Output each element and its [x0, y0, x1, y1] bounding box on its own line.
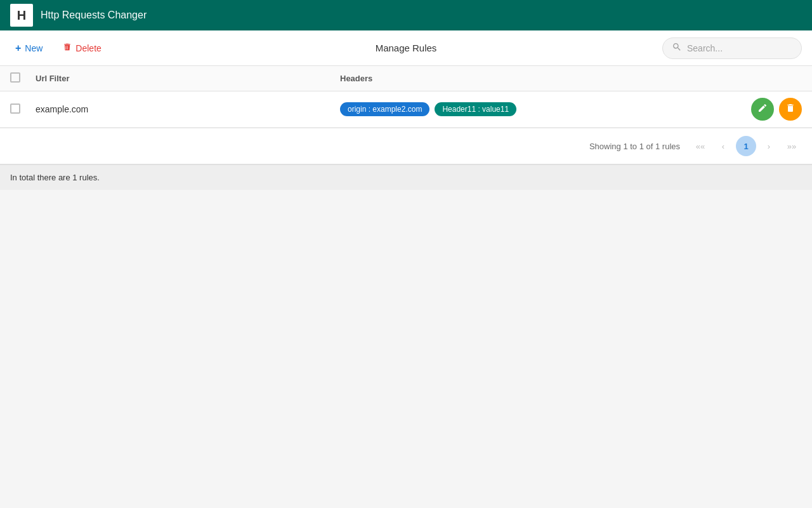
- next-page-icon: ›: [768, 142, 770, 151]
- url-filter-cell: example.com: [36, 104, 340, 114]
- first-page-button[interactable]: ««: [690, 136, 710, 156]
- badge-origin: origin : example2.com: [340, 102, 429, 116]
- new-button[interactable]: + New: [10, 39, 48, 58]
- trash-icon: [63, 43, 72, 53]
- app-logo: H: [10, 4, 33, 27]
- first-page-icon: ««: [696, 142, 705, 151]
- search-container: [662, 37, 802, 59]
- headers-cell: origin : example2.com Header11 : value11: [340, 102, 751, 116]
- badges-container: origin : example2.com Header11 : value11: [340, 102, 751, 116]
- next-page-button[interactable]: ›: [759, 136, 779, 156]
- last-page-button[interactable]: »»: [782, 136, 802, 156]
- prev-page-button[interactable]: ‹: [713, 136, 733, 156]
- delete-row-button[interactable]: [779, 98, 802, 121]
- rules-table: Url Filter Headers example.com origin : …: [0, 66, 812, 128]
- headers-header: Headers: [340, 74, 802, 83]
- toolbar: + New Delete Manage Rules: [0, 30, 812, 66]
- delete-icon: [785, 103, 796, 116]
- page-1-label: 1: [743, 142, 748, 151]
- edit-icon: [757, 103, 768, 116]
- select-all-checkbox[interactable]: [10, 72, 20, 83]
- pagination-info: Showing 1 to 1 of 1 rules: [589, 142, 680, 151]
- total-rules-text: In total there are 1 rules.: [10, 173, 100, 182]
- row-checkbox[interactable]: [10, 104, 20, 114]
- actions-cell: [751, 98, 802, 121]
- url-value: example.com: [36, 104, 88, 114]
- app-title: Http Requests Changer: [41, 10, 147, 21]
- manage-rules-title: Manage Rules: [376, 43, 437, 53]
- header-checkbox-cell: [10, 72, 36, 84]
- row-checkbox-cell: [10, 104, 36, 116]
- topbar: H Http Requests Changer: [0, 0, 812, 30]
- table-header-row: Url Filter Headers: [0, 66, 812, 91]
- search-icon: [672, 42, 682, 55]
- edit-button[interactable]: [751, 98, 774, 121]
- url-filter-header: Url Filter: [36, 74, 340, 83]
- footer: In total there are 1 rules.: [0, 164, 812, 190]
- page-1-button[interactable]: 1: [736, 136, 756, 156]
- delete-button[interactable]: Delete: [58, 39, 106, 57]
- toolbar-right: [662, 37, 802, 59]
- search-input[interactable]: [687, 43, 792, 53]
- prev-page-icon: ‹: [722, 142, 724, 151]
- toolbar-left: + New Delete: [10, 39, 107, 58]
- table-row: example.com origin : example2.com Header…: [0, 91, 812, 128]
- pagination: Showing 1 to 1 of 1 rules «« ‹ 1 › »»: [0, 128, 812, 164]
- last-page-icon: »»: [787, 142, 796, 151]
- plus-icon: +: [15, 43, 21, 54]
- badge-header11: Header11 : value11: [435, 102, 516, 116]
